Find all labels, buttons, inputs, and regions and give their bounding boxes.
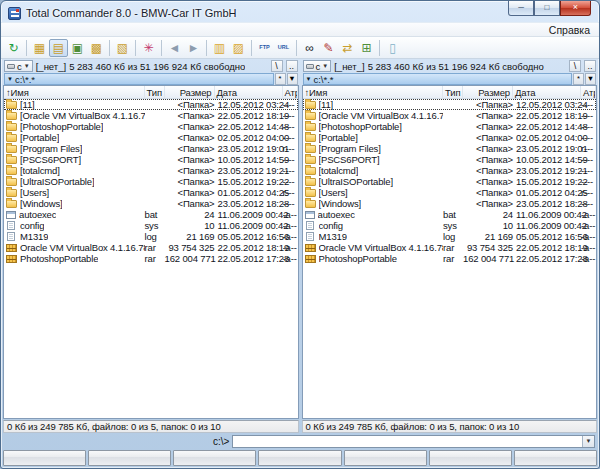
favorites-button[interactable]: *	[275, 73, 286, 85]
f4-edit-button[interactable]	[88, 450, 171, 466]
full-view-icon[interactable]: ▤	[49, 39, 68, 57]
drive-selector[interactable]: c ▼	[303, 60, 332, 72]
app-icon	[8, 7, 21, 20]
menu-help[interactable]: Справка	[543, 24, 596, 36]
column-type[interactable]: Тип	[443, 86, 463, 98]
[PhotoshopPortable][interactable]: [PhotoshopPortable] <Папка> 22.05.2012 1…	[303, 121, 597, 132]
config[interactable]: config sys 10 11.06.2009 00:42 -a--	[4, 220, 298, 231]
config[interactable]: config sys 10 11.06.2009 00:42 -a--	[303, 220, 597, 231]
PhotoshopPortable[interactable]: PhotoshopPortable rar 162 004 771 22.05.…	[4, 253, 298, 264]
forward-icon[interactable]: ►	[184, 39, 203, 57]
[PSCS6PORT][interactable]: [PSCS6PORT] <Папка> 10.05.2012 14:59 ---…	[303, 154, 597, 165]
history-button[interactable]: ▼	[287, 73, 298, 85]
[Windows][interactable]: [Windows] <Папка> 23.05.2012 18:28 ----	[303, 198, 597, 209]
current-path[interactable]: ▼ c:\*.*	[4, 73, 274, 85]
file-icon	[305, 178, 316, 186]
column-size[interactable]: Размер	[463, 86, 513, 98]
function-key-bar	[1, 449, 599, 468]
PhotoshopPortable[interactable]: PhotoshopPortable rar 162 004 771 22.05.…	[303, 253, 597, 264]
file-icon	[6, 178, 17, 186]
history-button[interactable]: ▼	[585, 73, 596, 85]
multi-rename-icon[interactable]: ✎	[319, 39, 338, 57]
search-icon[interactable]: ∞	[300, 39, 319, 57]
root-dir-button[interactable]: \	[271, 60, 283, 72]
compare-icon[interactable]: ⊞	[357, 39, 376, 57]
[11][interactable]: [11] <Папка> 12.05.2012 03:24 ----	[303, 99, 597, 110]
[Portable][interactable]: [Portable] <Папка> 02.05.2012 04:00 ----	[4, 132, 298, 143]
altf4-exit-button[interactable]	[514, 450, 597, 466]
tree-view-icon[interactable]: ▩	[87, 39, 106, 57]
f7-mkdir-button[interactable]	[344, 450, 427, 466]
[Windows][interactable]: [Windows] <Папка> 23.05.2012 18:28 ----	[4, 198, 298, 209]
[Program Files][interactable]: [Program Files] <Папка> 23.05.2012 19:01…	[303, 143, 597, 154]
ftp-connect-icon[interactable]: FTP	[255, 39, 274, 57]
[Users][interactable]: [Users] <Папка> 01.05.2012 04:25 r---	[303, 187, 597, 198]
drive-group-label: [_нет_]	[334, 61, 364, 72]
column-headers: ↑Имя Тип Размер Дата Атрибут	[4, 86, 298, 99]
swap-panels-icon[interactable]: ▧	[113, 39, 132, 57]
[Portable][interactable]: [Portable] <Папка> 02.05.2012 04:00 ----	[303, 132, 597, 143]
command-history-button[interactable]: ▼	[582, 436, 594, 447]
minimize-button[interactable]: ─	[508, 1, 534, 16]
M1319[interactable]: M1319 log 21 169 05.05.2012 16:56 -a--	[4, 231, 298, 242]
file-icon	[6, 134, 17, 142]
[PSCS6PORT][interactable]: [PSCS6PORT] <Папка> 10.05.2012 14:59 ---…	[4, 154, 298, 165]
[totalcmd][interactable]: [totalcmd] <Папка> 23.05.2012 19:21 ----	[303, 165, 597, 176]
[UltraISOPortable][interactable]: [UltraISOPortable] <Папка> 15.05.2012 19…	[303, 176, 597, 187]
close-button[interactable]: ×	[560, 1, 591, 16]
root-dir-button[interactable]: \	[569, 60, 581, 72]
toolbar-separator	[106, 39, 113, 57]
column-attr[interactable]: Атрибут	[283, 86, 298, 98]
[Oracle VM VirtualBox 4.1.16.78094][interactable]: [Oracle VM VirtualBox 4.1.16.78094] <Пап…	[4, 110, 298, 121]
file-icon	[305, 156, 316, 164]
unpack-icon[interactable]: ▨	[229, 39, 248, 57]
pack-icon[interactable]: ▥	[210, 39, 229, 57]
Oracle VM VirtualBox 4.1.16.78094[interactable]: Oracle VM VirtualBox 4.1.16.78094 rar 93…	[303, 242, 597, 253]
[Users][interactable]: [Users] <Папка> 01.05.2012 04:25 r---	[4, 187, 298, 198]
path-text: c:\*.*	[15, 74, 35, 85]
f8-delete-button[interactable]	[429, 450, 512, 466]
[UltraISOPortable][interactable]: [UltraISOPortable] <Папка> 15.05.2012 19…	[4, 176, 298, 187]
parent-dir-button[interactable]: ..	[584, 60, 596, 72]
f6-move-button[interactable]	[258, 450, 341, 466]
file-icon	[305, 134, 316, 142]
parent-dir-button[interactable]: ..	[286, 60, 298, 72]
sync-dirs-icon[interactable]: ⇄	[338, 39, 357, 57]
[totalcmd][interactable]: [totalcmd] <Папка> 23.05.2012 19:21 ----	[4, 165, 298, 176]
f5-copy-button[interactable]	[173, 450, 256, 466]
column-type[interactable]: Тип	[145, 86, 165, 98]
back-icon[interactable]: ◄	[165, 39, 184, 57]
favorites-button[interactable]: *	[573, 73, 584, 85]
drive-selector[interactable]: c ▼	[4, 60, 33, 72]
current-path[interactable]: ▼ c:\*.*	[303, 73, 573, 85]
file-panels: c ▼ [_нет_] 5 283 460 Кб из 51 196 924 К…	[1, 59, 599, 433]
column-name[interactable]: ↑Имя	[303, 86, 444, 98]
column-date[interactable]: Дата	[215, 86, 283, 98]
drive-letter: c	[316, 61, 321, 72]
ftp-url-icon[interactable]: URL	[274, 39, 293, 57]
column-name[interactable]: ↑Имя	[4, 86, 145, 98]
[11][interactable]: [11] <Папка> 12.05.2012 03:24 ----	[4, 99, 298, 110]
path-history-arrow-icon: ▼	[306, 76, 312, 82]
M1319[interactable]: M1319 log 21 169 05.05.2012 16:56 -a--	[303, 231, 597, 242]
[Program Files][interactable]: [Program Files] <Папка> 23.05.2012 19:01…	[4, 143, 298, 154]
command-input[interactable]	[233, 436, 582, 447]
column-date[interactable]: Дата	[513, 86, 581, 98]
refresh-icon[interactable]: ↻	[4, 39, 23, 57]
column-size[interactable]: Размер	[165, 86, 215, 98]
column-attr[interactable]: Атрибут	[581, 86, 596, 98]
[Oracle VM VirtualBox 4.1.16.78094][interactable]: [Oracle VM VirtualBox 4.1.16.78094] <Пап…	[303, 110, 597, 121]
brief-view-icon[interactable]: ▦	[30, 39, 49, 57]
autoexec[interactable]: autoexec bat 24 11.06.2009 00:42 -a--	[4, 209, 298, 220]
notes-icon[interactable]: ▯	[383, 39, 402, 57]
autoexec[interactable]: autoexec bat 24 11.06.2009 00:42 -a--	[303, 209, 597, 220]
thumbnails-view-icon[interactable]: ▣	[68, 39, 87, 57]
chevron-down-icon: ▼	[322, 63, 328, 69]
Oracle VM VirtualBox 4.1.16.78094[interactable]: Oracle VM VirtualBox 4.1.16.78094 rar 93…	[4, 242, 298, 253]
f3-view-button[interactable]	[3, 450, 86, 466]
maximize-button[interactable]: □	[534, 1, 560, 16]
file-icon	[305, 244, 316, 252]
drive-icon	[306, 64, 314, 69]
[PhotoshopPortable][interactable]: [PhotoshopPortable] <Папка> 22.05.2012 1…	[4, 121, 298, 132]
favorites-icon[interactable]: ✳	[139, 39, 158, 57]
